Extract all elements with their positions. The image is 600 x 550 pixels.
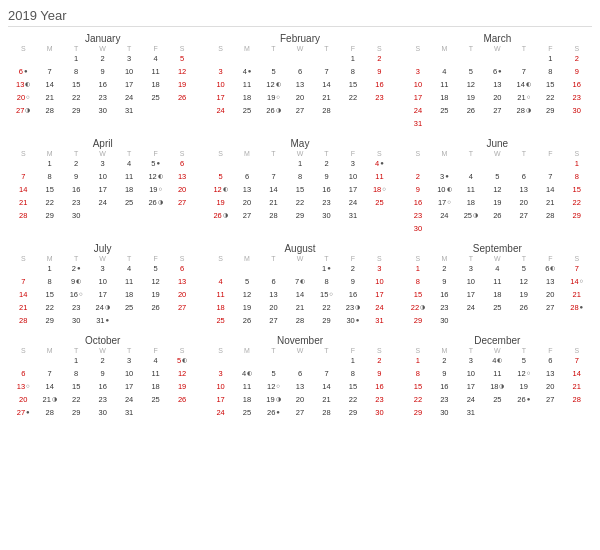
- day-cell: 1: [340, 52, 366, 65]
- day-cell: 17: [340, 183, 366, 196]
- day-cell: 20: [169, 183, 195, 196]
- day-number: 19: [493, 196, 501, 209]
- day-cell: 10: [340, 170, 366, 183]
- day-header: T: [313, 150, 339, 157]
- day-number: 21: [19, 301, 27, 314]
- day-number: 31: [349, 209, 357, 222]
- day-cell: 23: [366, 393, 392, 406]
- day-cell: 17: [207, 393, 233, 406]
- day-header: S: [169, 150, 195, 157]
- day-cell: 12: [511, 275, 537, 288]
- day-cell: 11: [142, 65, 168, 78]
- day-cell: 26●: [260, 406, 286, 419]
- day-number: 14: [296, 288, 304, 301]
- days-grid: SMTWTFS123●45678910◐11121314151617○18192…: [405, 150, 590, 235]
- day-cell: 27: [169, 301, 195, 314]
- day-number: 28: [46, 406, 54, 419]
- day-cell: 6: [511, 170, 537, 183]
- day-number: 10: [98, 275, 106, 288]
- moon-phase-icon: ◑: [52, 393, 57, 406]
- day-cell: 25: [366, 196, 392, 209]
- day-number: 17: [349, 183, 357, 196]
- day-cell: 6: [287, 65, 313, 78]
- day-cell: 18: [458, 196, 484, 209]
- moon-phase-icon: ○: [26, 91, 30, 104]
- day-number: 16: [98, 380, 106, 393]
- day-cell: 23◑: [340, 301, 366, 314]
- day-cell: 19: [169, 380, 195, 393]
- day-cell: 15: [36, 183, 62, 196]
- days-grid: SMTWTFS1●234567◐89101112131415○161718192…: [207, 255, 392, 327]
- day-cell: 4◐: [484, 354, 510, 367]
- day-cell: 5: [260, 65, 286, 78]
- day-cell: 7: [260, 170, 286, 183]
- day-number: 5: [469, 65, 473, 78]
- day-empty: [260, 262, 286, 275]
- moon-phase-icon: ●: [24, 65, 28, 78]
- day-cell: 15: [63, 78, 89, 91]
- month-name: December: [405, 335, 590, 346]
- day-cell: 29: [63, 406, 89, 419]
- day-number: 17: [216, 393, 224, 406]
- day-cell: 17: [207, 91, 233, 104]
- moon-phase-icon: ●: [156, 157, 160, 170]
- page: 2019 Year JanuarySMTWTFS123456●789101112…: [0, 0, 600, 550]
- day-cell: 16: [89, 78, 115, 91]
- day-cell: 14: [287, 288, 313, 301]
- day-cell: 24: [207, 104, 233, 117]
- day-cell: 7: [36, 65, 62, 78]
- day-number: 4: [242, 367, 246, 380]
- day-number: 31: [414, 117, 422, 130]
- moon-phase-icon: ●: [498, 65, 502, 78]
- day-cell: 11: [207, 288, 233, 301]
- month-october: OctoberSMTWTFS12345◐678910111213○1415161…: [8, 333, 197, 421]
- day-empty: [207, 157, 233, 170]
- day-cell: 18: [234, 91, 260, 104]
- day-header: T: [458, 45, 484, 52]
- day-cell: 13: [169, 170, 195, 183]
- day-number: 16: [322, 183, 330, 196]
- day-number: 31: [375, 314, 383, 327]
- day-header: S: [207, 45, 233, 52]
- day-header: W: [89, 347, 115, 354]
- day-empty: [405, 157, 431, 170]
- day-number: 20: [243, 196, 251, 209]
- moon-phase-icon: ○: [158, 183, 162, 196]
- day-empty: [260, 52, 286, 65]
- day-header: F: [142, 255, 168, 262]
- day-cell: 11: [142, 367, 168, 380]
- day-cell: 26: [169, 393, 195, 406]
- day-header: M: [234, 45, 260, 52]
- moon-phase-icon: ◐: [447, 183, 452, 196]
- month-name: July: [10, 243, 195, 254]
- day-number: 11: [151, 367, 159, 380]
- day-number: 17: [216, 91, 224, 104]
- day-cell: 6: [537, 354, 563, 367]
- day-cell: 27: [169, 196, 195, 209]
- moon-phase-icon: ◐: [300, 275, 305, 288]
- day-cell: 16: [366, 78, 392, 91]
- day-cell: 26: [169, 91, 195, 104]
- day-cell: 8: [340, 367, 366, 380]
- day-cell: 7: [564, 262, 590, 275]
- day-number: 6: [180, 157, 184, 170]
- day-number: 4: [154, 52, 158, 65]
- day-number: 31: [467, 406, 475, 419]
- day-number: 23: [346, 301, 354, 314]
- day-number: 26: [266, 104, 274, 117]
- day-number: 9: [101, 367, 105, 380]
- day-cell: 11: [484, 367, 510, 380]
- day-cell: 13: [537, 367, 563, 380]
- day-number: 2: [377, 354, 381, 367]
- day-cell: 10: [366, 275, 392, 288]
- day-cell: 19○: [142, 183, 168, 196]
- day-cell: 30: [564, 104, 590, 117]
- day-cell: 11: [234, 380, 260, 393]
- day-cell: 24: [340, 196, 366, 209]
- month-january: JanuarySMTWTFS123456●78910111213◐1415161…: [8, 31, 197, 132]
- day-number: 21: [322, 393, 330, 406]
- day-empty: [36, 52, 62, 65]
- day-cell: 29: [405, 406, 431, 419]
- day-cell: 21: [287, 301, 313, 314]
- day-number: 22: [349, 393, 357, 406]
